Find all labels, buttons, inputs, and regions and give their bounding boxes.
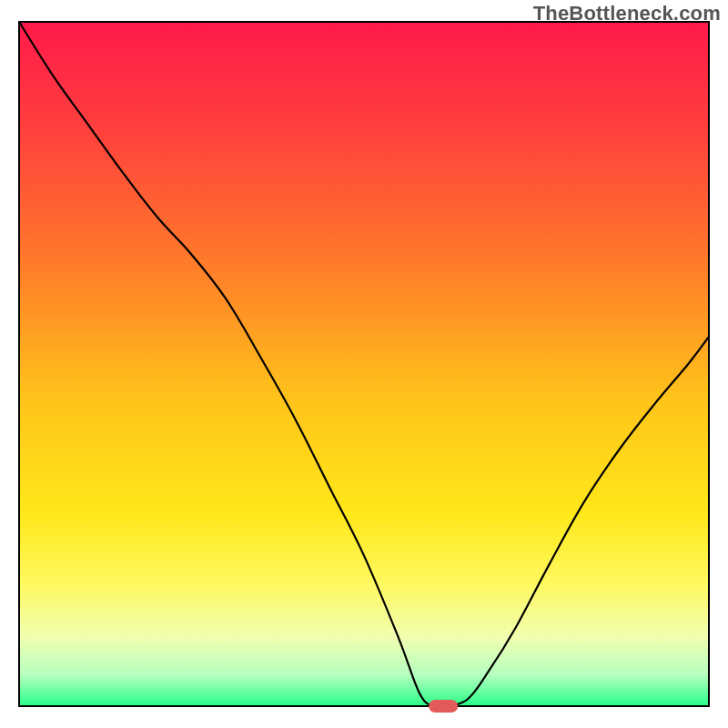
minimum-marker [429, 700, 458, 713]
watermark-text: TheBottleneck.com [533, 2, 721, 25]
plot-background [20, 23, 708, 705]
bottleneck-chart [0, 0, 728, 728]
chart-container: TheBottleneck.com [0, 0, 728, 728]
